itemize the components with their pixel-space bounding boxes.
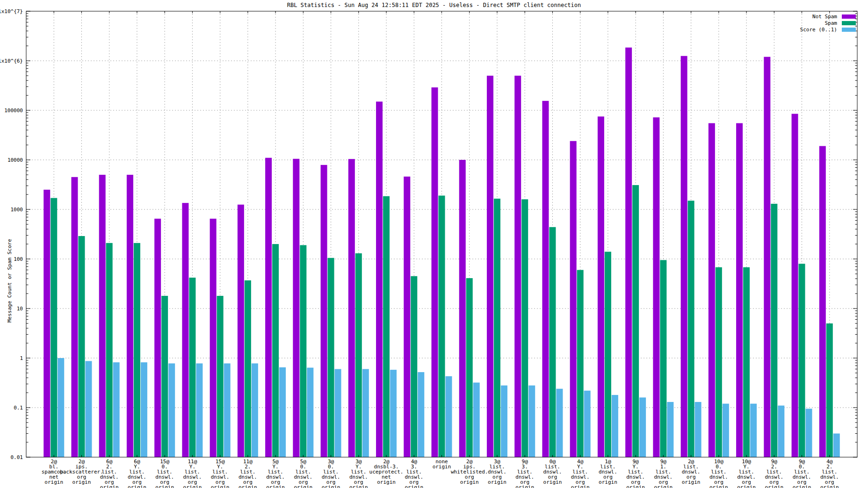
legend-swatch [842,28,856,32]
legend: Not SpamSpamScore (0..1) [800,14,856,33]
score-0-1-bar [307,368,313,457]
score-0-1-bar [667,402,673,457]
score-0-1-bar [473,382,480,457]
x-category-label: origin [294,484,312,488]
y-tick-label: 0.01 [11,454,23,460]
spam-bar [494,199,500,457]
spam-bar [605,252,611,457]
spam-bar [439,195,445,457]
x-category-label: origin [515,484,534,488]
spam-bar [106,243,113,457]
y-tick-label: 1000 [11,207,23,213]
score-0-1-bar [418,372,424,457]
x-category-label: origin [44,479,63,485]
x-category-label: origin [793,484,811,488]
spam-bar [411,276,417,457]
spam-bar [217,296,224,457]
spam-bar [688,201,694,457]
y-tick-label: 1x10^{7} [0,8,23,14]
spam-bar [328,258,334,457]
x-category-label: origin [488,479,506,485]
not-spam-bar [43,190,50,457]
x-category-label: origin [128,484,146,488]
not-spam-bar [127,175,133,457]
score-0-1-bar [390,370,397,457]
not-spam-bar [598,116,604,457]
not-spam-bar [265,158,272,457]
x-category-label: origin [543,479,562,485]
spam-bar [771,204,777,457]
spam-bar [549,227,556,457]
spam-bar [189,278,195,457]
x-category-label: origin [433,464,451,470]
x-category-label: origin [183,484,202,488]
spam-bar [134,243,140,457]
score-0-1-bar [556,389,563,457]
spam-bar [826,323,833,457]
x-category-label: origin [654,484,673,488]
legend-swatch [842,21,856,25]
x-category-label: origin [737,484,756,488]
not-spam-bar [404,177,410,457]
spam-bar [355,253,362,457]
y-tick-label: 10000 [7,157,23,163]
not-spam-bar [348,159,355,457]
not-spam-bar [71,177,78,457]
plot-canvas: 1x10^{7}1x10^{6}1000001000010001001010.1… [0,0,868,488]
x-category-label: origin [599,479,617,485]
not-spam-bar [99,175,106,457]
spam-bar [799,264,805,457]
score-0-1-bar [806,409,812,457]
not-spam-bar [154,219,161,457]
score-0-1-bar [584,391,591,457]
y-tick-label: 100 [14,256,23,262]
spam-bar [466,278,473,457]
x-category-label: origin [266,484,285,488]
spam-bar [51,198,57,457]
spam-bar [300,245,306,457]
x-category-label: origin [377,479,396,485]
score-0-1-bar [501,386,507,457]
x-category-label: origin [211,484,230,488]
x-category-label: origin [626,484,645,488]
not-spam-bar [514,76,521,457]
x-category-label: origin [571,484,590,488]
not-spam-bar [819,146,826,457]
spam-bar [716,267,722,457]
legend-swatch [842,14,856,19]
y-tick-label: 10 [17,306,23,312]
x-category-label: origin [349,484,368,488]
score-0-1-bar [778,406,784,457]
not-spam-bar [764,57,770,457]
x-category-label: origin [72,479,91,485]
spam-bar [660,260,666,457]
not-spam-bar [321,165,327,457]
x-category-label: origin [460,479,479,485]
score-0-1-bar [528,386,535,457]
not-spam-bar [542,101,549,457]
score-0-1-bar [695,402,702,457]
score-0-1-bar [335,369,341,457]
x-category-label: origin [765,484,783,488]
rbl-statistics-chart: RBL Statistics - Sun Aug 24 12:58:11 EDT… [0,0,868,488]
score-0-1-bar [833,433,840,457]
legend-label: Spam [825,20,838,26]
x-category-label: origin [239,484,257,488]
score-0-1-bar [279,367,286,457]
score-0-1-bar [85,361,92,457]
score-0-1-bar [446,376,452,457]
y-tick-label: 100000 [4,108,23,114]
spam-bar [272,244,279,457]
not-spam-bar [293,159,299,457]
score-0-1-bar [723,404,729,457]
bars [43,48,840,457]
score-0-1-bar [612,395,618,457]
x-category-label: origin [709,484,728,488]
score-0-1-bar [224,363,231,457]
y-tick-label: 1x10^{6} [0,58,23,64]
score-0-1-bar [362,369,369,457]
not-spam-bar [432,87,438,457]
score-0-1-bar [196,363,203,457]
not-spam-bar [210,219,217,457]
legend-label: Score (0..1) [800,27,837,33]
